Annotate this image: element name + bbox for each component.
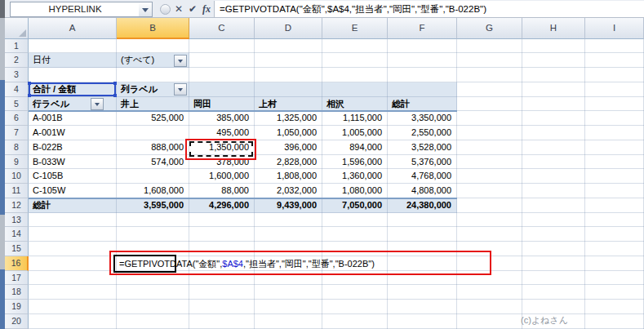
column-header-G[interactable]: G (457, 18, 522, 39)
column-header-C[interactable]: C (189, 18, 255, 39)
row-header-1[interactable]: 1 (5, 39, 29, 54)
pivot-total-cell[interactable]: 9,439,000 (255, 198, 317, 213)
reference-handle (113, 94, 117, 97)
row-header-13[interactable]: 13 (5, 213, 29, 228)
pivot-row-label[interactable]: C-105W (33, 184, 114, 198)
row-header-10[interactable]: 10 (5, 169, 29, 184)
pivot-total-cell[interactable]: 24,380,000 (388, 198, 451, 213)
chevron-down-icon (142, 8, 149, 16)
chevron-down-icon (178, 88, 183, 94)
pivot-value-cell[interactable]: 1,600,000 (189, 169, 249, 184)
gridline-horizontal (29, 226, 644, 227)
row-header-14[interactable]: 14 (5, 227, 29, 242)
pivot-filter-row-fill (29, 53, 189, 68)
pivot-value-cell[interactable]: 888,000 (117, 140, 184, 155)
row-header-7[interactable]: 7 (5, 126, 29, 140)
pivot-value-cell[interactable]: 1,325,000 (255, 111, 317, 126)
row-header-20[interactable]: 20 (5, 314, 29, 329)
enter-icon[interactable]: ✔ (186, 2, 199, 16)
pivot-column-header[interactable]: 岡田 (193, 97, 251, 112)
pivot-value-cell[interactable]: 1,080,000 (322, 184, 382, 198)
pivot-value-cell[interactable]: 894,000 (322, 140, 382, 155)
pivot-value-cell[interactable]: 3,528,000 (388, 140, 451, 155)
pivot-value-cell[interactable]: 1,115,000 (322, 111, 382, 126)
annotation-box-cell (185, 139, 256, 160)
window-edge (0, 215, 5, 269)
pivot-value-cell[interactable]: 525,000 (117, 111, 184, 126)
pivot-row-label[interactable]: A-001W (33, 126, 114, 140)
pivot-value-cell[interactable]: 1,005,000 (322, 126, 382, 140)
gridline-vertical (522, 39, 522, 329)
row-header-6[interactable]: 6 (5, 111, 29, 126)
pivot-value-cell[interactable]: 4,808,000 (388, 184, 451, 198)
pivot-column-header[interactable]: 総計 (392, 97, 453, 112)
pivot-value-cell[interactable]: 2,550,000 (388, 126, 451, 140)
pivot-row-label[interactable]: 行ラベル (33, 97, 69, 112)
filter-dropdown-button[interactable] (174, 55, 187, 67)
row-header-19[interactable]: 19 (5, 300, 29, 314)
column-header-H[interactable]: H (522, 18, 585, 39)
pivot-row-label[interactable]: C-105B (33, 169, 114, 184)
column-header-A[interactable]: A (29, 18, 117, 39)
column-header-F[interactable]: F (388, 18, 457, 39)
formula-bar: HYPERLINK ✕ ✔ fx =GETPIVOTDATA("金額",$A$4… (5, 0, 644, 18)
pivot-row-label[interactable]: B-033W (33, 155, 114, 170)
pivot-value-cell[interactable]: 88,000 (189, 184, 249, 198)
row-header-18[interactable]: 18 (5, 285, 29, 300)
pivot-filter-field[interactable]: 日付 (33, 53, 51, 68)
row-header-9[interactable]: 9 (5, 155, 29, 170)
formula-input[interactable]: =GETPIVOTDATA("金額",$A$4,"担当者","岡田","型番",… (215, 1, 644, 17)
pivot-value-cell[interactable]: 1,608,000 (117, 184, 184, 198)
insert-function-icon[interactable]: fx (200, 2, 213, 16)
pivot-value-cell[interactable]: 1,050,000 (255, 126, 317, 140)
name-box[interactable]: HYPERLINK (10, 2, 140, 17)
pivot-column-header[interactable]: 井上 (121, 97, 185, 112)
pivot-value-cell[interactable]: 2,828,000 (255, 155, 317, 170)
pivot-row-label[interactable]: A-001B (33, 111, 114, 126)
pivot-value-cell[interactable]: 2,032,000 (255, 184, 317, 198)
cancel-icon[interactable]: ✕ (172, 2, 185, 16)
pivot-value-cell[interactable]: 396,000 (255, 140, 317, 155)
pivot-value-cell[interactable]: 1,596,000 (322, 155, 382, 170)
select-all-corner[interactable] (5, 18, 29, 39)
chevron-down-icon (95, 103, 100, 109)
gridline-vertical (456, 39, 457, 329)
row-header-11[interactable]: 11 (5, 184, 29, 198)
column-header-I[interactable]: I (585, 18, 644, 39)
row-header-3[interactable]: 3 (5, 68, 29, 82)
annotation-box-formula (109, 251, 491, 275)
pivot-value-cell[interactable]: 5,376,000 (388, 155, 451, 170)
pivot-total-cell[interactable]: 7,050,000 (322, 198, 382, 213)
row-header-5[interactable]: 5 (5, 97, 29, 112)
column-header-B[interactable]: B (117, 18, 189, 39)
row-header-8[interactable]: 8 (5, 140, 29, 155)
row-label-dropdown-button[interactable] (91, 98, 104, 110)
pivot-value-cell[interactable]: 4,768,000 (388, 169, 451, 184)
collapse-dot-icon (160, 4, 171, 15)
row-header-2[interactable]: 2 (5, 53, 29, 68)
pivot-value-cell[interactable]: 1,808,000 (255, 169, 317, 184)
column-label-dropdown-button[interactable] (174, 83, 187, 96)
pivot-value-cell[interactable]: 1,360,000 (322, 169, 382, 184)
pivot-total-label[interactable]: 総計 (33, 198, 114, 213)
name-box-dropdown-button[interactable] (139, 2, 153, 17)
pivot-total-cell[interactable]: 3,595,000 (117, 198, 184, 213)
pivot-value-cell[interactable]: 385,000 (189, 111, 249, 126)
pivot-column-header[interactable]: 相沢 (326, 97, 384, 112)
pivot-column-label[interactable]: 列ラベル (121, 82, 158, 97)
column-header-E[interactable]: E (322, 18, 388, 39)
row-header-4[interactable]: 4 (5, 82, 29, 97)
row-header-12[interactable]: 12 (5, 198, 29, 213)
pivot-total-cell[interactable]: 4,296,000 (189, 198, 249, 213)
pivot-value-cell[interactable]: 3,350,000 (388, 111, 451, 126)
pivot-row-label[interactable]: B-022B (33, 140, 114, 155)
row-header-15[interactable]: 15 (5, 242, 29, 256)
reference-handle (28, 94, 31, 97)
window-edge (0, 269, 5, 329)
row-header-16[interactable]: 16 (5, 256, 29, 271)
pivot-column-header[interactable]: 上村 (259, 97, 318, 112)
pivot-value-cell[interactable]: 574,000 (117, 155, 184, 170)
pivot-filter-value[interactable]: (すべて) (121, 53, 154, 68)
column-header-D[interactable]: D (255, 18, 322, 39)
row-header-17[interactable]: 17 (5, 271, 29, 286)
